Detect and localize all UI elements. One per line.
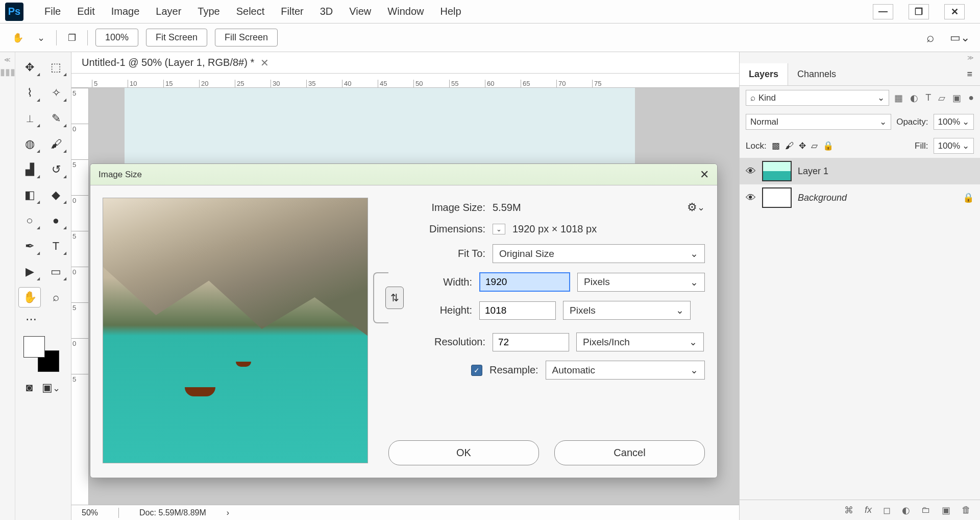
zoom-level-button[interactable]: 100% [95, 29, 138, 46]
visibility-icon[interactable]: 👁 [746, 192, 756, 204]
filter-smart-icon[interactable]: ▣ [952, 92, 961, 104]
new-layer-icon[interactable]: ▣ [942, 505, 950, 516]
layer-thumbnail[interactable] [762, 187, 792, 208]
foreground-color[interactable] [23, 336, 45, 358]
filter-type-icon[interactable]: T [925, 92, 931, 104]
path-select-tool[interactable]: ▶◢ [18, 262, 41, 282]
height-input[interactable] [479, 301, 556, 320]
adjustment-icon[interactable]: ◐ [902, 505, 910, 516]
hand-tool-icon[interactable]: ✋ [10, 30, 26, 45]
window-minimize-button[interactable]: — [873, 4, 893, 19]
mask-icon[interactable]: ◻ [883, 505, 891, 516]
fill-input[interactable]: 100%⌄ [934, 138, 974, 154]
collapse-strip[interactable]: ≪ ▮▮▮ [0, 52, 15, 520]
menu-filter[interactable]: Filter [273, 6, 311, 17]
panel-menu-icon[interactable]: ≡ [959, 69, 980, 80]
fx-icon[interactable]: fx [865, 505, 872, 515]
zoom-tool[interactable]: ⌕ [45, 287, 67, 308]
screenmode-icon[interactable]: ▣⌄ [42, 381, 60, 394]
eyedropper-tool[interactable]: ✎◢ [45, 108, 67, 129]
filter-image-icon[interactable]: ▦ [894, 92, 903, 104]
dodge-tool[interactable]: ●◢ [45, 210, 67, 231]
lock-pixels-icon[interactable]: ▩ [772, 140, 780, 151]
hand-tool[interactable]: ✋ [18, 287, 41, 308]
quickmask-icon[interactable]: ◙ [26, 381, 33, 394]
opacity-input[interactable]: 100%⌄ [934, 114, 974, 130]
height-unit-select[interactable]: Pixels⌄ [563, 301, 691, 320]
layer-row[interactable]: 👁 Layer 1 [740, 158, 980, 184]
eraser-tool[interactable]: ◧◢ [18, 185, 41, 205]
link-layers-icon[interactable]: ⌘ [844, 505, 853, 516]
menu-3d[interactable]: 3D [312, 6, 341, 17]
stamp-tool[interactable]: ▟◢ [18, 159, 41, 180]
document-tab[interactable]: Untitled-1 @ 50% (Layer 1, RGB/8#) * ✕ [71, 52, 739, 74]
ok-button[interactable]: OK [388, 440, 539, 465]
status-zoom[interactable]: 50% [82, 508, 98, 517]
chevron-down-icon[interactable]: ⌄ [33, 30, 48, 45]
lock-artboard-icon[interactable]: ▱ [811, 140, 818, 151]
history-brush-tool[interactable]: ↺◢ [45, 159, 67, 180]
filter-toggle-icon[interactable]: ● [968, 92, 974, 104]
crop-tool[interactable]: ⟂◢ [18, 108, 41, 129]
delete-icon[interactable]: 🗑 [962, 505, 971, 515]
dimensions-unit-toggle[interactable]: ⌄ [493, 224, 505, 234]
lock-move-icon[interactable]: ✥ [799, 140, 806, 151]
type-tool[interactable]: T◢ [45, 236, 67, 256]
move-tool[interactable]: ✥◢ [18, 57, 41, 78]
image-preview[interactable] [103, 198, 368, 463]
layer-thumbnail[interactable] [762, 161, 792, 181]
group-icon[interactable]: 🗀 [921, 505, 930, 515]
workspace-switcher-icon[interactable]: ▭⌄ [950, 31, 970, 44]
filter-kind-select[interactable]: ⌕Kind⌄ [746, 90, 889, 106]
close-tab-icon[interactable]: ✕ [260, 57, 269, 69]
width-input[interactable] [479, 272, 570, 292]
fit-to-select[interactable]: Original Size⌄ [493, 244, 705, 263]
bucket-tool[interactable]: ◆◢ [45, 185, 67, 205]
blur-tool[interactable]: ○◢ [18, 210, 41, 231]
menu-view[interactable]: View [341, 6, 379, 17]
lock-all-icon[interactable]: 🔒 [823, 140, 834, 151]
panel-expand-icon[interactable]: ≫ [740, 52, 980, 63]
healing-tool[interactable]: ◍◢ [18, 134, 41, 154]
shape-tool[interactable]: ▭◢ [45, 262, 67, 282]
resolution-input[interactable] [493, 333, 569, 351]
resample-checkbox[interactable]: ✓ [471, 365, 482, 376]
window-maximize-button[interactable]: ❐ [909, 4, 929, 19]
filter-shape-icon[interactable]: ▱ [938, 92, 945, 104]
menu-help[interactable]: Help [432, 6, 469, 17]
filter-adjust-icon[interactable]: ◐ [910, 92, 918, 104]
gear-icon[interactable]: ⚙⌄ [687, 201, 705, 214]
tab-channels[interactable]: Channels [788, 63, 845, 85]
menu-window[interactable]: Window [379, 6, 432, 17]
menu-edit[interactable]: Edit [69, 6, 103, 17]
window-layout-icon[interactable]: ❐ [64, 30, 80, 45]
dialog-close-icon[interactable]: ✕ [700, 168, 709, 181]
chevron-right-icon[interactable]: › [227, 508, 229, 517]
layer-name[interactable]: Layer 1 [798, 166, 828, 177]
resample-select[interactable]: Automatic⌄ [546, 361, 705, 380]
menu-select[interactable]: Select [228, 6, 273, 17]
blend-mode-select[interactable]: Normal⌄ [746, 114, 891, 130]
marquee-tool[interactable]: ⬚◢ [45, 57, 67, 78]
color-swatches[interactable] [23, 336, 59, 372]
window-close-button[interactable]: ✕ [944, 4, 965, 19]
width-unit-select[interactable]: Pixels⌄ [577, 273, 705, 292]
status-docsize[interactable]: Doc: 5.59M/8.89M [139, 508, 206, 517]
layer-row[interactable]: 👁 Background 🔒 [740, 184, 980, 211]
lasso-tool[interactable]: ⌇◢ [18, 83, 41, 103]
resolution-unit-select[interactable]: Pixels/Inch⌄ [576, 333, 704, 351]
menu-type[interactable]: Type [189, 6, 228, 17]
menu-layer[interactable]: Layer [148, 6, 189, 17]
magic-wand-tool[interactable]: ✧◢ [45, 83, 67, 103]
lock-brush-icon[interactable]: 🖌 [785, 141, 794, 151]
menu-image[interactable]: Image [103, 6, 148, 17]
search-icon[interactable]: ⌕ [926, 30, 935, 45]
fit-screen-button[interactable]: Fit Screen [146, 29, 207, 46]
brush-tool[interactable]: 🖌◢ [45, 134, 67, 154]
menu-file[interactable]: File [36, 6, 69, 17]
layer-name[interactable]: Background [798, 193, 847, 203]
pen-tool[interactable]: ✒◢ [18, 236, 41, 256]
visibility-icon[interactable]: 👁 [746, 166, 756, 177]
tab-layers[interactable]: Layers [740, 63, 788, 85]
cancel-button[interactable]: Cancel [554, 440, 705, 465]
